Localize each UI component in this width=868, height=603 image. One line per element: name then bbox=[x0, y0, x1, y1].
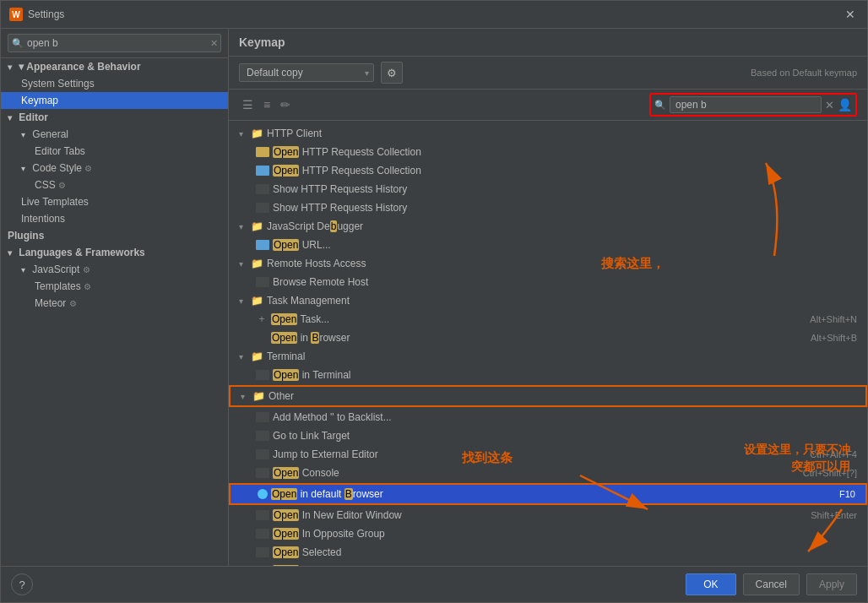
edit-shortcut-button[interactable]: ✏ bbox=[277, 96, 294, 113]
action-icon bbox=[256, 510, 269, 520]
keymap-action-http-req-col-2[interactable]: Open HTTP Requests Collection bbox=[229, 161, 867, 180]
sidebar-item-label: Keymap bbox=[21, 95, 58, 106]
sidebar-item-editor[interactable]: ▾ Editor bbox=[1, 109, 228, 126]
help-button[interactable]: ? bbox=[11, 573, 33, 595]
action-icon bbox=[256, 240, 269, 250]
folder-arrow: ▾ bbox=[239, 222, 249, 231]
keymap-folder-other[interactable]: ▾ 📁 Other bbox=[231, 387, 865, 405]
sidebar-item-system-settings[interactable]: System Settings bbox=[1, 75, 228, 92]
search-clear-button[interactable]: ✕ bbox=[825, 99, 834, 111]
keymap-folder-js-debugger[interactable]: ▾ 📁 JavaScript Debugger bbox=[229, 217, 867, 236]
keymap-folder-http-client[interactable]: ▾ 📁 HTTP Client bbox=[229, 124, 867, 143]
keymap-action-browse-remote[interactable]: Browse Remote Host bbox=[229, 273, 867, 291]
folder-arrow: ▾ bbox=[239, 352, 249, 361]
sidebar-item-appearance-behavior[interactable]: ▾ ▾ Appearance & Behavior bbox=[1, 58, 228, 75]
sidebar-item-label: Intentions bbox=[21, 213, 65, 225]
folder-icon: 📁 bbox=[251, 295, 263, 307]
keymap-dropdown[interactable]: Default copy bbox=[239, 63, 374, 82]
folder-icon: 📁 bbox=[251, 258, 263, 269]
folder-label: Terminal bbox=[267, 350, 857, 362]
sidebar-item-editor-tabs[interactable]: Editor Tabs bbox=[1, 143, 228, 160]
keymap-action-open-default-browser[interactable]: Open in default Browser F10 bbox=[231, 485, 865, 503]
action-icon bbox=[256, 166, 269, 176]
action-label: Open URL... bbox=[273, 239, 857, 251]
tree-arrow-code-style: ▾ bbox=[21, 164, 30, 173]
sidebar-item-css[interactable]: CSS ⚙ bbox=[1, 177, 228, 193]
shortcut-label: F10 bbox=[839, 489, 855, 499]
keymap-action-open-console[interactable]: Open Console Ctrl+Shift+[?] bbox=[229, 464, 867, 482]
sidebar-item-plugins[interactable]: Plugins bbox=[1, 227, 228, 244]
action-icon bbox=[256, 431, 269, 441]
sidebar-item-keymap[interactable]: Keymap bbox=[1, 92, 228, 109]
sidebar-search-wrap: 🔍 ✕ bbox=[8, 34, 221, 52]
keymap-action-show-http-hist-2[interactable]: Show HTTP Requests History bbox=[229, 198, 867, 217]
sidebar-item-intentions[interactable]: Intentions bbox=[1, 210, 228, 227]
keymap-action-open-source-new[interactable]: Open source in new window Shift+F4 bbox=[229, 562, 867, 566]
sidebar-item-languages-frameworks[interactable]: ▾ Languages & Frameworks bbox=[1, 244, 228, 261]
keymap-action-open-in-browser[interactable]: Open in Browser Alt+Shift+B bbox=[229, 329, 867, 347]
settings-window: W Settings ✕ 🔍 ✕ ▾ ▾ Appearance & Behavi… bbox=[0, 0, 868, 603]
sidebar-item-code-style[interactable]: ▾ Code Style ⚙ bbox=[1, 160, 228, 177]
sidebar-item-label: JavaScript bbox=[32, 263, 79, 275]
keymap-controls: Default copy ⚙ Based on Default keymap bbox=[229, 57, 867, 90]
action-label: Browse Remote Host bbox=[273, 276, 857, 288]
sidebar-search-clear-icon[interactable]: ✕ bbox=[210, 38, 218, 49]
keymap-folder-terminal[interactable]: ▾ 📁 Terminal bbox=[229, 347, 867, 366]
action-label: Open in Terminal bbox=[273, 369, 857, 381]
shortcut-label: Ctrl+Shift+[?] bbox=[803, 468, 857, 478]
folder-arrow: ▾ bbox=[239, 129, 249, 139]
folder-label: Task Management bbox=[267, 295, 857, 307]
sidebar-item-label: System Settings bbox=[21, 78, 95, 90]
sidebar-item-meteor[interactable]: Meteor ⚙ bbox=[1, 295, 228, 312]
action-icon bbox=[256, 277, 269, 287]
sidebar-item-live-templates[interactable]: Live Templates bbox=[1, 193, 228, 210]
keymap-action-jump-external[interactable]: Jump to External Editor Ctrl+Alt+F4 bbox=[229, 445, 867, 464]
keymap-action-add-method[interactable]: Add Method '' to Backlist... bbox=[229, 408, 867, 426]
search-icon-right: 🔍 bbox=[654, 100, 666, 111]
sidebar-item-templates[interactable]: Templates ⚙ bbox=[1, 278, 228, 295]
panel-header: Keymap bbox=[229, 29, 867, 57]
apply-button[interactable]: Apply bbox=[806, 573, 857, 595]
keymap-action-show-http-hist-1[interactable]: Show HTTP Requests History bbox=[229, 180, 867, 198]
tree-arrow-general: ▾ bbox=[21, 130, 30, 139]
tree-arrow-editor: ▾ bbox=[8, 113, 16, 122]
action-label: Go to Link Target bbox=[273, 430, 857, 442]
folder-arrow: ▾ bbox=[239, 296, 249, 306]
panel-title: Keymap bbox=[239, 35, 285, 49]
folder-label: Remote Hosts Access bbox=[267, 258, 857, 269]
sidebar-item-javascript[interactable]: ▾ JavaScript ⚙ bbox=[1, 261, 228, 278]
sidebar-search-input[interactable] bbox=[8, 34, 221, 52]
sidebar-item-general[interactable]: ▾ General bbox=[1, 126, 228, 143]
keymap-action-open-selected[interactable]: Open Selected bbox=[229, 543, 867, 562]
action-label: Open In Opposite Group bbox=[273, 528, 857, 540]
keymap-action-open-url[interactable]: Open URL... bbox=[229, 236, 867, 254]
close-button[interactable]: ✕ bbox=[842, 6, 859, 23]
keymap-folder-remote-hosts[interactable]: ▾ 📁 Remote Hosts Access bbox=[229, 254, 867, 273]
keymap-action-open-task[interactable]: + Open Task... Alt+Shift+N bbox=[229, 310, 867, 329]
expand-all-button[interactable]: ☰ bbox=[239, 96, 257, 113]
sidebar-search-icon: 🔍 bbox=[12, 38, 24, 49]
ok-button[interactable]: OK bbox=[686, 573, 735, 595]
action-label: Open In New Editor Window bbox=[273, 509, 811, 521]
search-find-button[interactable]: 👤 bbox=[838, 98, 852, 111]
keymap-action-goto-link[interactable]: Go to Link Target bbox=[229, 426, 867, 445]
search-input-right[interactable] bbox=[670, 96, 822, 113]
action-icon bbox=[256, 184, 269, 194]
folder-label: Other bbox=[269, 390, 855, 402]
other-section-border: ▾ 📁 Other bbox=[229, 385, 867, 407]
keymap-action-open-in-terminal[interactable]: Open in Terminal bbox=[229, 366, 867, 384]
action-icon bbox=[258, 489, 268, 499]
folder-icon: 📁 bbox=[251, 128, 263, 139]
keymap-action-open-opposite[interactable]: Open In Opposite Group bbox=[229, 524, 867, 543]
templates-icon: ⚙ bbox=[84, 282, 91, 291]
folder-icon: 📁 bbox=[251, 220, 263, 232]
keymap-action-http-req-col-1[interactable]: Open HTTP Requests Collection bbox=[229, 143, 867, 161]
cancel-button[interactable]: Cancel bbox=[743, 573, 800, 595]
collapse-all-button[interactable]: ≡ bbox=[260, 96, 274, 113]
keymap-tree[interactable]: ▾ 📁 HTTP Client Open HTTP Requests Colle… bbox=[229, 121, 867, 566]
keymap-action-open-new-editor[interactable]: Open In New Editor Window Shift+Enter bbox=[229, 506, 867, 524]
action-icon bbox=[256, 547, 269, 557]
search-bar-right: 🔍 ✕ 👤 bbox=[649, 93, 857, 117]
keymap-folder-task-mgmt[interactable]: ▾ 📁 Task Management bbox=[229, 291, 867, 310]
keymap-gear-button[interactable]: ⚙ bbox=[381, 62, 403, 84]
